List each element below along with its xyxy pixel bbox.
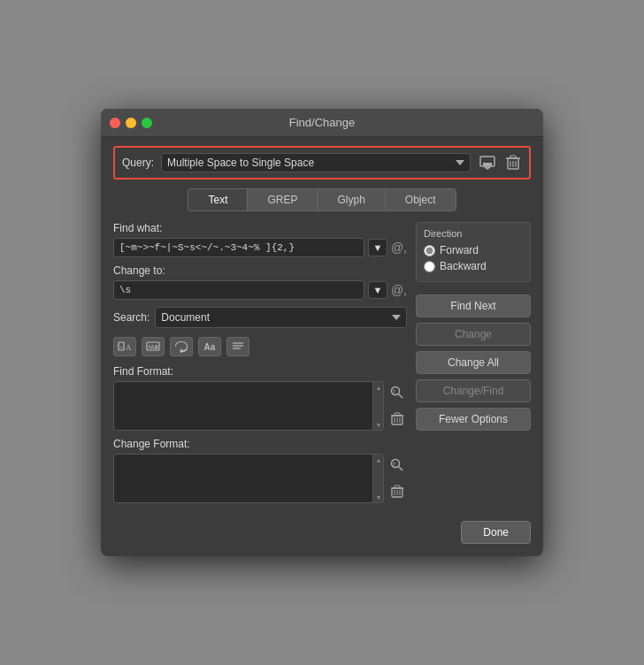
svg-marker-2: [484, 167, 491, 170]
find-format-section: Find Format: ▲ ▼: [113, 365, 407, 431]
fewer-options-button[interactable]: Fewer Options: [416, 408, 531, 431]
left-panel: Find what: ▼ @, Change to:: [113, 222, 407, 510]
direction-backward-label: Backward: [440, 260, 487, 272]
search-select[interactable]: DocumentStoryAll DocumentsSelection: [155, 307, 407, 328]
case-sensitive-icon: A: [118, 340, 132, 353]
paragraph-icon: [232, 340, 244, 353]
svg-text:A: A: [126, 343, 132, 352]
change-to-section: Change to: ▼ @,: [113, 264, 407, 300]
svg-text:T: T: [393, 389, 396, 394]
query-row: Query: Multiple Space to Single Space[Cu…: [113, 146, 531, 180]
svg-text:Ab: Ab: [150, 344, 158, 350]
change-format-clear-button[interactable]: [387, 482, 407, 501]
change-scroll-down-arrow[interactable]: ▼: [375, 493, 382, 501]
save-icon: [479, 156, 495, 170]
find-format-row: ▲ ▼ T: [113, 381, 407, 431]
scroll-down-arrow[interactable]: ▼: [375, 421, 382, 428]
change-to-at-icon[interactable]: @,: [391, 283, 407, 297]
direction-forward-row: Forward: [424, 244, 523, 256]
find-what-label: Find what:: [113, 222, 407, 234]
bottom-row: Done: [113, 521, 531, 544]
tabs-row: Text GREP Glyph Object: [113, 188, 531, 211]
trash-icon: [506, 155, 520, 171]
window-title: Find/Change: [289, 116, 355, 129]
right-panel: Direction Forward Backward Find Next Cha…: [416, 222, 531, 510]
case-sensitive-button[interactable]: A: [113, 337, 136, 356]
direction-backward-row: Backward: [424, 260, 523, 272]
query-select[interactable]: Multiple Space to Single Space[Custom]: [161, 153, 471, 172]
find-change-dialog: Find/Change Query: Multiple Space to Sin…: [101, 109, 543, 556]
tab-glyph[interactable]: Glyph: [317, 188, 384, 211]
delete-query-button[interactable]: [504, 153, 522, 172]
magnify-text-icon-2: T: [390, 458, 404, 472]
svg-rect-36: [395, 485, 400, 488]
direction-group: Direction Forward Backward: [416, 222, 531, 282]
wrap-around-button[interactable]: [170, 337, 193, 356]
find-format-side-icons: T: [387, 381, 407, 431]
trash-small-icon: [391, 412, 403, 426]
change-to-row: ▼ @,: [113, 280, 407, 300]
change-to-select[interactable]: ▼: [368, 281, 387, 299]
find-what-select[interactable]: ▼: [368, 239, 387, 256]
titlebar: Find/Change: [101, 109, 543, 137]
change-find-button[interactable]: Change/Find: [416, 379, 531, 402]
scroll-up-arrow[interactable]: ▲: [375, 384, 382, 391]
paragraph-button[interactable]: [226, 337, 249, 356]
wrap-around-icon: [174, 340, 188, 353]
svg-rect-9: [119, 342, 124, 350]
find-what-row: ▼ @,: [113, 238, 407, 257]
query-label: Query:: [122, 157, 154, 169]
svg-rect-27: [395, 413, 400, 416]
traffic-lights: [110, 118, 152, 128]
search-label: Search:: [113, 311, 150, 324]
close-button[interactable]: [110, 118, 120, 128]
tab-grep[interactable]: GREP: [247, 188, 317, 211]
find-format-clear-button[interactable]: [387, 409, 407, 429]
find-format-search-button[interactable]: T: [387, 383, 407, 402]
svg-line-20: [399, 394, 403, 399]
search-row: Search: DocumentStoryAll DocumentsSelect…: [113, 307, 407, 328]
direction-forward-radio[interactable]: [424, 245, 435, 256]
magnify-text-icon: T: [390, 386, 404, 400]
svg-rect-8: [510, 156, 516, 158]
font-size-label: Aa: [204, 342, 216, 352]
change-format-label: Change Format:: [113, 438, 407, 450]
query-icons: [478, 153, 522, 172]
whole-word-button[interactable]: Ab: [142, 337, 165, 356]
change-to-input[interactable]: [113, 280, 364, 300]
direction-backward-radio[interactable]: [424, 261, 435, 272]
svg-line-29: [399, 467, 403, 471]
svg-text:T: T: [393, 462, 396, 467]
change-format-box: ▲ ▼: [113, 454, 384, 503]
svg-rect-1: [483, 163, 492, 166]
change-to-label: Change to:: [113, 264, 407, 277]
whole-word-icon: Ab: [146, 340, 160, 353]
change-format-side-icons: T: [387, 454, 407, 503]
find-what-at-icon[interactable]: @,: [391, 241, 407, 255]
maximize-button[interactable]: [142, 118, 152, 128]
change-format-row: ▲ ▼ T: [113, 454, 407, 503]
find-what-section: Find what: ▼ @,: [113, 222, 407, 257]
done-button[interactable]: Done: [461, 521, 531, 544]
tab-object[interactable]: Object: [385, 188, 456, 211]
minimize-button[interactable]: [126, 118, 136, 128]
change-button[interactable]: Change: [416, 323, 531, 346]
icon-toolbar: A Ab: [113, 337, 407, 356]
change-format-search-button[interactable]: T: [387, 455, 407, 475]
find-what-input[interactable]: [113, 238, 364, 257]
change-all-button[interactable]: Change All: [416, 351, 531, 374]
find-format-scrollbar[interactable]: ▲ ▼: [372, 382, 383, 430]
save-query-button[interactable]: [478, 154, 497, 172]
dialog-content: Query: Multiple Space to Single Space[Cu…: [101, 137, 543, 556]
change-scroll-up-arrow[interactable]: ▲: [375, 456, 382, 463]
font-size-button[interactable]: Aa: [198, 337, 221, 356]
find-next-button[interactable]: Find Next: [416, 294, 531, 317]
trash-small-icon-2: [391, 485, 403, 499]
direction-title: Direction: [424, 228, 523, 239]
find-format-label: Find Format:: [113, 365, 407, 378]
direction-forward-label: Forward: [440, 244, 479, 256]
tab-text[interactable]: Text: [188, 188, 247, 211]
find-format-box: ▲ ▼: [113, 381, 384, 431]
main-area: Find what: ▼ @, Change to:: [113, 222, 531, 510]
change-format-scrollbar[interactable]: ▲ ▼: [372, 455, 383, 502]
